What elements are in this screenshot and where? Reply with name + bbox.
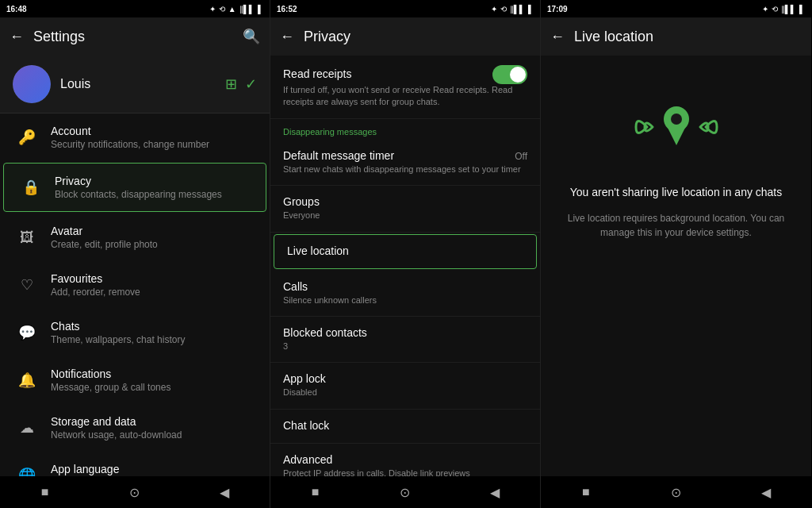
chat-lock-item[interactable]: Chat lock [270,410,540,444]
chats-title: Chats [51,320,257,333]
disappearing-label: Disappearing messages [270,119,540,140]
advanced-subtitle: Protect IP address in calls, Disable lin… [283,468,527,476]
settings-item-storage[interactable]: ☁ Storage and data Network usage, auto-d… [0,404,270,452]
back-nav-button-1[interactable]: ◀ [216,484,232,500]
live-location-content: You aren't sharing live location in any … [541,56,811,476]
privacy-screen-title: Privacy [304,29,530,45]
favourites-icon: ♡ [13,271,41,299]
settings-item-account[interactable]: 🔑 Account Security notifications, change… [0,114,270,161]
svg-point-2 [671,114,682,125]
chat-lock-title: Chat lock [283,419,527,432]
settings-screen: 16:48 ✦ ⟲ ▲ ∥▌▌ ▌ ← Settings 🔍 Louis ⊞ ✓… [0,0,270,508]
live-location-sub-text: Live location requires background locati… [557,211,795,240]
home-button-1[interactable]: ■ [37,484,53,500]
toggle-knob [510,67,526,83]
time-3: 17:09 [547,5,568,13]
privacy-scroll: Read receipts If turned off, you won't s… [270,56,540,476]
check-icon[interactable]: ✓ [245,75,257,93]
read-receipts-title: Read receipts [283,67,351,80]
location-icon [633,91,720,163]
settings-item-avatar[interactable]: 🖼 Avatar Create, edit, profile photo [0,214,270,261]
privacy-title: Privacy [55,175,253,187]
back-nav-button-2[interactable]: ◀ [487,484,503,500]
advanced-item[interactable]: Advanced Protect IP address in calls, Di… [270,444,540,476]
app-lock-item[interactable]: App lock Disabled [270,363,540,409]
message-timer-value: Off [515,151,527,162]
notifications-icon: 🔔 [13,366,41,394]
storage-icon: ☁ [13,414,41,442]
calls-title: Calls [283,280,527,293]
settings-title: Settings [33,29,243,45]
read-receipts-subtitle: If turned off, you won't send or receive… [283,84,527,109]
qr-icon[interactable]: ⊞ [225,75,237,93]
avatar-icon: 🖼 [13,223,41,252]
groups-title: Groups [283,195,527,208]
read-receipts-item[interactable]: Read receipts If turned off, you won't s… [270,56,540,119]
home-button-3[interactable]: ■ [578,484,594,500]
favourites-subtitle: Add, reorder, remove [51,287,257,298]
notifications-title: Notifications [51,368,257,380]
svg-marker-1 [667,126,686,145]
recents-button-2[interactable]: ⊙ [397,484,413,500]
account-subtitle: Security notifications, change number [51,139,257,150]
home-button-2[interactable]: ■ [308,484,324,500]
app-lock-subtitle: Disabled [283,387,527,398]
calls-subtitle: Silence unknown callers [283,294,527,306]
read-receipts-toggle[interactable] [492,65,527,84]
recents-button-1[interactable]: ⊙ [127,484,143,500]
settings-item-notifications[interactable]: 🔔 Notifications Message, group & call to… [0,356,270,404]
recents-button-3[interactable]: ⊙ [668,484,684,500]
status-bar-3: 17:09 ✦ ⟲ ∥▌▌ ▌ [541,0,811,17]
message-timer-item[interactable]: Default message timer Off Start new chat… [270,140,540,186]
status-bar-2: 16:52 ✦ ⟲ ∥▌▌ ▌ [270,0,540,17]
live-location-title: Live location [287,244,523,257]
time-2: 16:52 [277,5,297,13]
privacy-screen: 16:52 ✦ ⟲ ∥▌▌ ▌ ← Privacy Read receipts … [270,0,541,508]
groups-item[interactable]: Groups Everyone [270,186,540,232]
privacy-subtitle: Block contacts, disappearing messages [55,189,253,200]
time-1: 16:48 [6,5,27,13]
nav-bar-1: ■ ⊙ ◀ [0,476,270,508]
storage-subtitle: Network usage, auto-download [51,429,257,441]
avatar-subtitle: Create, edit, profile photo [51,239,257,250]
live-location-screen-title: Live location [574,29,802,45]
back-button-2[interactable]: ← [280,29,294,45]
back-nav-button-3[interactable]: ◀ [758,484,774,500]
back-button-3[interactable]: ← [550,29,565,45]
notifications-subtitle: Message, group & call tones [51,382,257,393]
privacy-top-bar: ← Privacy [270,17,540,56]
chats-subtitle: Theme, wallpapers, chat history [51,334,257,345]
search-icon-1[interactable]: 🔍 [243,28,260,45]
live-location-screen: 17:09 ✦ ⟲ ∥▌▌ ▌ ← Live location [541,0,811,508]
settings-item-chats[interactable]: 💬 Chats Theme, wallpapers, chat history [0,309,270,356]
status-icons-2: ✦ ⟲ ∥▌▌ ▌ [491,5,534,13]
account-title: Account [51,125,257,137]
location-icon-container [629,87,724,167]
settings-item-language[interactable]: 🌐 App language English (device's languag… [0,452,270,476]
blocked-contacts-count: 3 [283,341,527,352]
avatar [13,65,51,103]
chats-icon: 💬 [13,318,41,347]
live-location-item[interactable]: Live location [274,234,537,269]
blocked-contacts-title: Blocked contacts [283,326,527,339]
privacy-icon: 🔒 [17,173,45,202]
settings-item-favourites[interactable]: ♡ Favourites Add, reorder, remove [0,261,270,309]
language-title: App language [51,463,257,475]
status-icons-3: ✦ ⟲ ∥▌▌ ▌ [762,5,805,13]
groups-subtitle: Everyone [283,210,527,221]
blocked-contacts-item[interactable]: Blocked contacts 3 [270,317,540,363]
message-timer-title: Default message timer [283,149,394,162]
nav-bar-3: ■ ⊙ ◀ [541,476,811,508]
settings-top-bar: ← Settings 🔍 [0,17,270,56]
live-location-main-text: You aren't sharing live location in any … [570,186,783,198]
settings-list: 🔑 Account Security notifications, change… [0,114,270,476]
calls-item[interactable]: Calls Silence unknown callers [270,271,540,317]
app-lock-title: App lock [283,372,527,385]
settings-item-privacy[interactable]: 🔒 Privacy Block contacts, disappearing m… [3,163,266,212]
back-button-1[interactable]: ← [10,29,24,45]
language-icon: 🌐 [13,461,41,476]
user-profile-section[interactable]: Louis ⊞ ✓ [0,56,270,114]
advanced-title: Advanced [283,453,527,466]
user-action-icons: ⊞ ✓ [225,75,257,93]
status-icons-1: ✦ ⟲ ▲ ∥▌▌ ▌ [209,5,263,13]
